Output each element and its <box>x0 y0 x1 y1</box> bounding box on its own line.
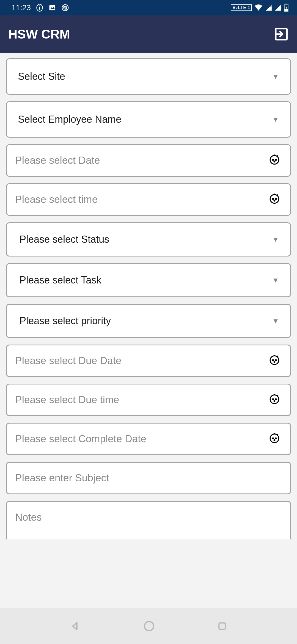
priority-label: Please select priority <box>20 315 111 327</box>
chevron-down-icon: ▼ <box>272 276 279 285</box>
svg-point-42 <box>276 438 277 439</box>
employee-dropdown[interactable]: Select Employee Name ▼ <box>6 101 291 138</box>
time-placeholder: Please select time <box>15 194 98 205</box>
site-dropdown[interactable]: Select Site ▼ <box>6 58 291 95</box>
subject-placeholder: Please enter Subject <box>15 472 109 484</box>
svg-point-24 <box>276 198 277 200</box>
svg-point-19 <box>274 161 275 162</box>
svg-point-18 <box>276 159 277 160</box>
svg-point-23 <box>273 198 274 200</box>
date-field[interactable]: Please select Date <box>6 144 291 177</box>
notes-field[interactable]: Notes <box>6 501 291 539</box>
status-right: V♪LTE 1 x <box>231 4 289 12</box>
status-dropdown[interactable]: Please select Status ▼ <box>6 222 291 256</box>
status-time: 11:23 <box>12 3 31 12</box>
subject-field[interactable]: Please enter Subject <box>6 462 291 494</box>
due-date-field[interactable]: Please select Due Date <box>6 345 291 377</box>
status-left: 11:23 <box>12 3 69 12</box>
svg-line-28 <box>277 356 278 357</box>
battery-icon <box>284 4 289 12</box>
svg-line-34 <box>277 395 278 396</box>
form-content: Select Site ▼ Select Employee Name ▼ Ple… <box>0 53 297 539</box>
svg-point-25 <box>274 200 275 201</box>
svg-line-40 <box>277 434 278 435</box>
svg-point-43 <box>274 440 275 441</box>
svg-point-44 <box>145 622 154 631</box>
svg-rect-11 <box>284 9 288 11</box>
time-field[interactable]: Please select time <box>6 183 291 216</box>
image-icon <box>48 4 56 12</box>
task-dropdown[interactable]: Please select Task ▼ <box>6 263 291 297</box>
site-label: Select Site <box>18 71 65 82</box>
chevron-down-icon: ▼ <box>272 235 279 244</box>
svg-point-20 <box>270 195 279 203</box>
chevron-down-icon: ▼ <box>272 72 279 81</box>
svg-point-17 <box>273 159 274 160</box>
chevron-down-icon: ▼ <box>272 317 279 325</box>
svg-text:x: x <box>270 4 272 7</box>
info-icon <box>36 4 43 12</box>
app-title: HSW CRM <box>8 27 70 42</box>
notes-placeholder: Notes <box>15 512 42 523</box>
status-label: Please select Status <box>20 234 109 245</box>
back-button[interactable] <box>69 620 81 632</box>
svg-line-22 <box>277 195 278 195</box>
complete-date-field[interactable]: Please select Complete Date <box>6 423 291 455</box>
wifi-icon <box>254 4 263 12</box>
svg-point-41 <box>273 438 274 439</box>
signal-icon-1: x <box>265 4 272 11</box>
employee-label: Select Employee Name <box>18 114 121 125</box>
volte-badge: V♪LTE 1 <box>231 4 252 11</box>
due-time-placeholder: Please select Due time <box>15 394 119 406</box>
task-label: Please select Task <box>20 274 101 286</box>
status-bar: 11:23 V♪LTE 1 x <box>0 0 297 15</box>
svg-rect-3 <box>50 5 55 10</box>
due-date-placeholder: Please select Due Date <box>15 355 122 367</box>
home-icon <box>143 620 155 632</box>
svg-point-26 <box>270 356 279 365</box>
svg-point-30 <box>276 360 277 361</box>
svg-point-38 <box>270 434 279 443</box>
timer-icon <box>269 393 280 407</box>
back-icon <box>69 620 81 632</box>
recent-icon <box>217 621 228 632</box>
chevron-down-icon: ▼ <box>272 115 279 124</box>
logout-button[interactable] <box>274 27 289 42</box>
svg-point-31 <box>274 361 275 362</box>
svg-point-32 <box>270 395 279 404</box>
recent-button[interactable] <box>217 621 228 632</box>
svg-line-16 <box>277 155 278 156</box>
svg-rect-45 <box>219 623 225 629</box>
svg-rect-1 <box>39 7 40 10</box>
svg-point-36 <box>276 399 277 400</box>
svg-point-14 <box>270 155 279 164</box>
timer-icon <box>269 154 280 168</box>
svg-point-29 <box>273 360 274 361</box>
navigation-bar <box>0 608 297 644</box>
timer-icon <box>269 193 280 207</box>
date-placeholder: Please select Date <box>15 155 100 166</box>
timer-icon <box>269 432 280 446</box>
exit-icon <box>274 27 289 42</box>
due-time-field[interactable]: Please select Due time <box>6 384 291 416</box>
svg-point-37 <box>274 400 275 402</box>
home-button[interactable] <box>143 620 155 632</box>
app-bar: HSW CRM <box>0 15 297 53</box>
priority-dropdown[interactable]: Please select priority ▼ <box>6 304 291 338</box>
svg-point-35 <box>273 399 274 400</box>
signal-icon-2 <box>274 4 282 11</box>
complete-date-placeholder: Please select Complete Date <box>15 433 146 445</box>
svg-point-2 <box>39 6 40 7</box>
timer-icon <box>269 354 280 368</box>
dnd-icon <box>61 4 69 12</box>
